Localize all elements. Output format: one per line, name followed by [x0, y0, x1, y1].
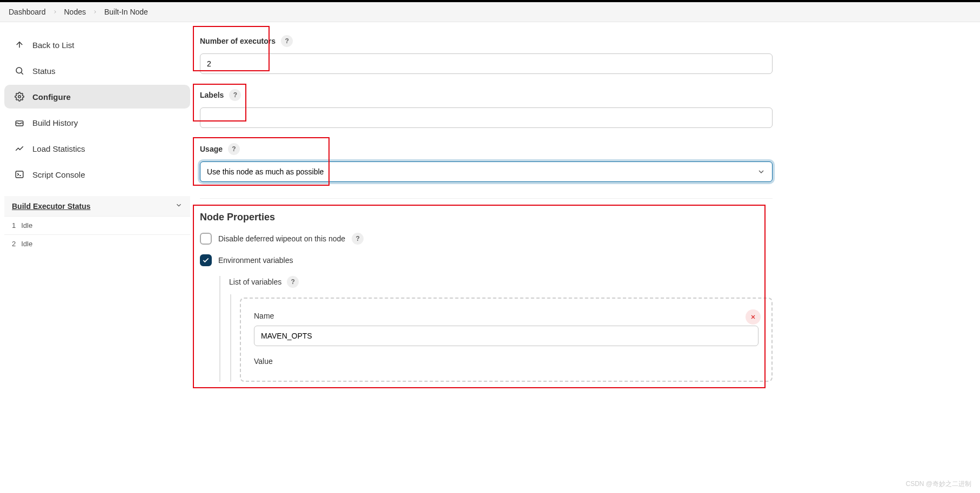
labels-label: Labels: [200, 91, 224, 99]
nav-build-history[interactable]: Build History: [4, 111, 190, 134]
help-icon[interactable]: ?: [352, 233, 364, 245]
executor-row: 1 Idle: [4, 216, 190, 234]
labels-input[interactable]: [200, 107, 773, 128]
nav-back-to-list[interactable]: Back to List: [4, 33, 190, 57]
disable-wipeout-label: Disable deferred wipeout on this node: [218, 234, 345, 243]
var-name-input[interactable]: [254, 326, 759, 346]
svg-rect-5: [16, 171, 23, 178]
tray-icon: [14, 117, 25, 128]
chart-icon: [14, 143, 25, 154]
svg-point-3: [18, 96, 21, 98]
gear-icon: [14, 91, 25, 102]
help-icon[interactable]: ?: [281, 35, 293, 47]
nav-configure[interactable]: Configure: [4, 85, 190, 109]
nav-label: Script Console: [32, 170, 85, 179]
breadcrumb: Dashboard Nodes Built-In Node: [0, 2, 980, 22]
arrow-up-icon: [14, 39, 25, 50]
env-vars-label: Environment variables: [218, 256, 293, 265]
sidebar: Back to List Status Configure Build Hist…: [0, 22, 194, 403]
breadcrumb-item-builtin[interactable]: Built-In Node: [104, 8, 148, 16]
nav-label: Configure: [32, 92, 71, 102]
nav-load-statistics[interactable]: Load Statistics: [4, 137, 190, 160]
list-variables-label: List of variables: [229, 278, 281, 286]
nav-status[interactable]: Status: [4, 59, 190, 83]
usage-select[interactable]: Use this node as much as possible: [200, 161, 773, 182]
help-icon[interactable]: ?: [287, 276, 299, 288]
terminal-icon: [14, 169, 25, 180]
breadcrumb-item-dashboard[interactable]: Dashboard: [9, 8, 46, 16]
executors-label: Number of executors: [200, 37, 276, 45]
disable-wipeout-checkbox[interactable]: [200, 233, 212, 245]
variable-entry: Name Value: [240, 298, 773, 382]
help-icon[interactable]: ?: [228, 143, 240, 155]
build-executor-panel: Build Executor Status 1 Idle 2 Idle: [4, 196, 190, 253]
help-icon[interactable]: ?: [229, 89, 241, 101]
executor-row: 2 Idle: [4, 234, 190, 253]
chevron-down-icon: [175, 201, 183, 211]
nav-label: Load Statistics: [32, 144, 85, 153]
executors-input[interactable]: [200, 53, 773, 74]
panel-title: Build Executor Status: [12, 202, 90, 211]
nav-label: Back to List: [32, 40, 75, 50]
svg-line-2: [21, 72, 23, 74]
nav-label: Status: [32, 66, 56, 76]
chevron-right-icon: [92, 8, 98, 16]
breadcrumb-item-nodes[interactable]: Nodes: [64, 8, 86, 16]
main-content: Number of executors ? Labels ? Usage ? U…: [194, 22, 789, 403]
var-value-label: Value: [254, 357, 759, 366]
usage-label: Usage: [200, 145, 223, 153]
build-executor-header[interactable]: Build Executor Status: [4, 196, 190, 216]
chevron-right-icon: [52, 8, 58, 16]
env-vars-checkbox[interactable]: [200, 254, 212, 266]
svg-point-1: [16, 67, 22, 73]
nav-label: Build History: [32, 118, 78, 127]
search-icon: [14, 65, 25, 76]
var-name-label: Name: [254, 312, 759, 320]
nav-script-console[interactable]: Script Console: [4, 163, 190, 186]
delete-button[interactable]: [746, 309, 761, 325]
node-properties-title: Node Properties: [200, 212, 773, 223]
